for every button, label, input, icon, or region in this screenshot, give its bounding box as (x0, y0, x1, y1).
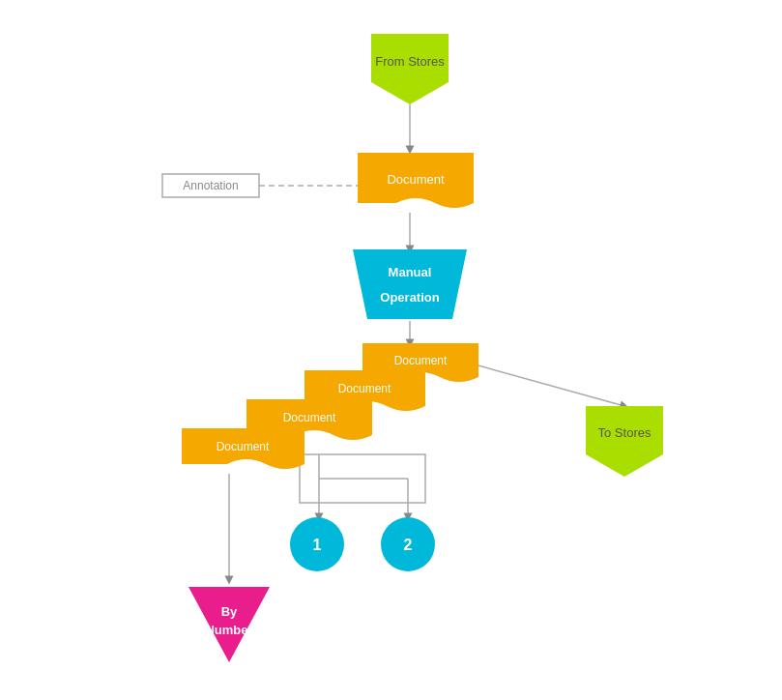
manual-op-label2: Operation (380, 290, 439, 305)
flowchart-diagram: From Stores Document Annotation Manual O… (0, 0, 782, 700)
svg-marker-14 (586, 406, 663, 477)
manual-operation-node: Manual Operation (353, 249, 467, 319)
document5-node: Document (182, 428, 304, 469)
to-stores-label: To Stores (598, 425, 652, 440)
circle2-label: 2 (404, 537, 413, 553)
circle1-node: 1 (290, 517, 344, 571)
svg-marker-13 (353, 249, 467, 319)
document1-label: Document (387, 172, 445, 187)
annotation-label: Annotation (183, 179, 238, 192)
by-number-label: By (221, 604, 238, 619)
document1-node: Document (358, 153, 474, 208)
document5-label: Document (217, 440, 270, 453)
from-stores-node: From Stores (371, 34, 449, 104)
by-number-label2: Number (205, 623, 252, 637)
to-stores-node: To Stores (586, 406, 663, 477)
document3-label: Document (338, 382, 391, 395)
manual-op-label: Manual (389, 265, 432, 279)
document2-label: Document (394, 354, 448, 367)
by-number-node: By Number (188, 587, 270, 662)
from-stores-label: From Stores (375, 54, 445, 69)
circle1-label: 1 (313, 537, 322, 553)
svg-line-4 (468, 363, 624, 406)
document4-label: Document (283, 411, 336, 424)
circle2-node: 2 (381, 517, 435, 571)
svg-marker-11 (371, 34, 449, 104)
annotation-node: Annotation (162, 174, 259, 197)
